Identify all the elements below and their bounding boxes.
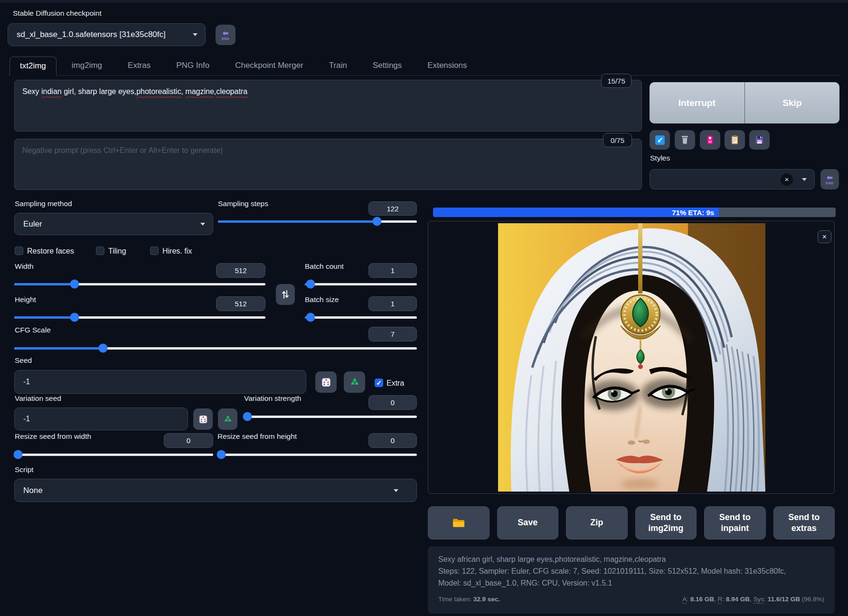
prompt-text: magzine xyxy=(185,87,214,95)
slider-handle[interactable] xyxy=(98,344,107,353)
cfg-scale-input[interactable]: 7 xyxy=(368,327,417,341)
extra-seed-checkbox[interactable]: ✓ xyxy=(375,379,383,387)
reuse-variation-seed-button[interactable] xyxy=(218,408,237,430)
width-slider[interactable] xyxy=(14,280,265,289)
sampling-steps-label: Sampling steps xyxy=(218,199,268,208)
variation-seed-input[interactable]: -1 xyxy=(14,408,188,430)
variation-strength-slider[interactable] xyxy=(244,412,417,421)
mem-a-value: 8.16 GB xyxy=(690,596,714,603)
random-variation-seed-button[interactable] xyxy=(193,408,213,430)
resize-seed-height-label: Resize seed from height xyxy=(217,432,297,441)
batch-size-slider[interactable] xyxy=(305,313,417,322)
sampling-method-select[interactable]: Euler xyxy=(14,213,213,235)
random-seed-button[interactable] xyxy=(315,371,337,393)
resize-seed-width-slider[interactable] xyxy=(14,450,213,459)
swap-dimensions-button[interactable] xyxy=(276,284,295,305)
skip-button[interactable]: Skip xyxy=(745,82,840,123)
time-taken-value: 32.9 sec. xyxy=(473,596,500,603)
hires-fix-checkbox[interactable] xyxy=(150,246,159,255)
slider-handle[interactable] xyxy=(243,412,252,421)
prompt-text: cleopatra xyxy=(216,87,247,95)
tab-train[interactable]: Train xyxy=(319,56,358,75)
height-slider[interactable] xyxy=(14,313,265,322)
batch-size-input[interactable]: 1 xyxy=(368,296,417,311)
swap-arrows-icon xyxy=(281,289,290,300)
paste-params-button[interactable] xyxy=(650,130,670,150)
save-style-button[interactable] xyxy=(749,130,770,150)
generated-image[interactable] xyxy=(498,223,765,492)
script-select[interactable]: None xyxy=(14,479,417,502)
interrupt-button[interactable]: Interrupt xyxy=(650,82,745,123)
width-input[interactable]: 512 xyxy=(216,263,265,278)
slider-handle[interactable] xyxy=(14,450,23,459)
tab-png-info[interactable]: PNG Info xyxy=(166,56,220,75)
slider-handle[interactable] xyxy=(373,217,382,226)
batch-count-label: Batch count xyxy=(305,262,344,271)
refresh-icon: ⬅END xyxy=(826,174,833,185)
apply-style-button[interactable] xyxy=(725,130,745,150)
checkpoint-select[interactable]: sd_xl_base_1.0.safetensors [31e35c80fc] xyxy=(8,23,206,46)
window-top-strip xyxy=(0,0,848,3)
resize-seed-height-slider[interactable] xyxy=(217,450,417,459)
tab-extensions[interactable]: Extensions xyxy=(417,56,477,75)
negative-token-counter: 0/75 xyxy=(603,133,632,147)
slider-handle[interactable] xyxy=(70,280,79,289)
sampling-steps-input[interactable]: 122 xyxy=(368,201,417,216)
recycle-icon xyxy=(223,414,233,425)
send-to-inpaint-button[interactable]: Send to inpaint xyxy=(704,506,766,540)
tab-settings[interactable]: Settings xyxy=(362,56,412,75)
folder-icon xyxy=(452,517,465,529)
tab-extras[interactable]: Extras xyxy=(117,56,161,75)
result-gallery: × xyxy=(428,221,835,494)
open-folder-button[interactable] xyxy=(428,506,490,540)
time-taken: Time taken: 32.9 sec. xyxy=(438,596,500,603)
variation-strength-input[interactable]: 0 xyxy=(368,395,417,410)
send-to-img2img-button[interactable]: Send to img2img xyxy=(635,506,697,540)
save-button[interactable]: Save xyxy=(497,506,559,540)
portrait-image xyxy=(498,223,765,492)
close-image-button[interactable]: × xyxy=(818,230,831,243)
prompt-textarea[interactable]: Sexy indian girl, sharp large eyes,photo… xyxy=(14,80,642,132)
slider-handle[interactable] xyxy=(306,313,315,322)
height-label: Height xyxy=(15,295,36,304)
batch-count-slider[interactable] xyxy=(305,280,417,289)
tab-checkpoint-merger[interactable]: Checkpoint Merger xyxy=(225,56,314,75)
refresh-styles-button[interactable]: ⬅END xyxy=(820,169,839,190)
hires-fix-label: Hires. fix xyxy=(162,247,192,256)
progress-fill: 71% ETA: 9s xyxy=(433,208,719,217)
extra-networks-button[interactable] xyxy=(700,130,720,150)
resize-seed-width-label: Resize seed from width xyxy=(15,432,91,441)
resize-seed-width-input[interactable]: 0 xyxy=(164,433,213,448)
tab-img2img[interactable]: img2img xyxy=(61,56,113,75)
extra-seed-label: Extra xyxy=(386,379,404,388)
clear-styles-icon[interactable]: × xyxy=(781,173,793,186)
styles-select[interactable]: × xyxy=(650,169,815,190)
prompt-text: photorealistic xyxy=(136,87,181,95)
generation-params-text: Steps: 122, Sampler: Euler, CFG scale: 7… xyxy=(438,566,801,589)
tiling-checkbox[interactable] xyxy=(96,246,104,255)
tab-txt2img[interactable]: txt2img xyxy=(9,57,57,76)
resize-seed-height-input[interactable]: 0 xyxy=(368,433,417,448)
height-input[interactable]: 512 xyxy=(216,296,265,311)
batch-count-input[interactable]: 1 xyxy=(368,263,417,278)
prompt-text: , xyxy=(181,87,185,95)
negative-prompt-textarea[interactable]: Negative prompt (press Ctrl+Enter or Alt… xyxy=(14,139,642,190)
cfg-scale-slider[interactable] xyxy=(14,344,417,353)
mem-r-key: R xyxy=(718,596,723,603)
slider-handle[interactable] xyxy=(70,313,79,322)
refresh-checkpoint-button[interactable]: ⬅END xyxy=(216,25,236,45)
sampling-steps-slider[interactable] xyxy=(218,217,417,226)
slider-handle[interactable] xyxy=(306,280,315,289)
clear-prompt-button[interactable] xyxy=(675,130,695,150)
slider-handle[interactable] xyxy=(217,450,226,459)
main-tabs: txt2img img2img Extras PNG Info Checkpoi… xyxy=(8,56,840,76)
progress-bar: 71% ETA: 9s xyxy=(433,208,836,217)
send-to-extras-button[interactable]: Send to extras xyxy=(773,506,835,540)
generation-info-panel: Sexy african girl, sharp large eyes,phot… xyxy=(428,546,835,614)
prompt-text: indian xyxy=(41,87,62,95)
zip-button[interactable]: Zip xyxy=(566,506,628,540)
checkpoint-label: Stable Diffusion checkpoint xyxy=(13,9,102,18)
reuse-seed-button[interactable] xyxy=(344,371,365,393)
restore-faces-checkbox[interactable] xyxy=(15,246,23,255)
seed-input[interactable]: -1 xyxy=(14,370,306,394)
